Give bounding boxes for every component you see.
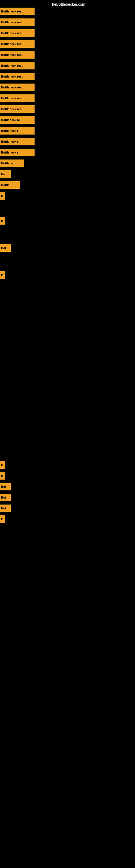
bar-item-12: Bottleneck r — [0, 138, 35, 145]
bar-label-13: Bottleneck r — [0, 149, 35, 156]
bar-label-7: Bottleneck resu — [0, 84, 35, 91]
bar-label-12: Bottleneck r — [0, 138, 35, 145]
bar-label-26: B — [0, 516, 5, 523]
bar-label-6: Bottleneck resu — [0, 73, 35, 80]
bar-label-4: Bottleneck resu — [0, 51, 35, 59]
bar-label-24: Bot — [0, 494, 11, 501]
bar-item-23: Bot — [0, 483, 11, 490]
bar-item-1: Bottleneck resu — [0, 19, 35, 26]
bar-item-2: Bottleneck resu — [0, 29, 35, 37]
bar-item-14: Bottlene — [0, 159, 24, 167]
bar-label-11: Bottleneck r — [0, 127, 35, 134]
bar-item-8: Bottleneck resu — [0, 94, 35, 102]
bar-item-15: Bo — [0, 170, 11, 178]
bar-label-22: B — [0, 472, 5, 479]
bar-label-15: Bo — [0, 170, 11, 178]
bar-item-17: B — [0, 192, 5, 199]
bar-item-3: Bottleneck resu — [0, 40, 35, 48]
bar-item-0: Bottleneck resu — [0, 8, 35, 15]
bar-item-9: Bottleneck resu — [0, 105, 35, 113]
bar-item-19: Bot — [0, 244, 11, 252]
bar-item-25: Bot — [0, 504, 11, 512]
bar-label-10: Bottleneck re — [0, 116, 35, 124]
bar-item-22: B — [0, 472, 5, 479]
bar-item-21: B — [0, 461, 5, 469]
bar-label-17: B — [0, 192, 5, 199]
bar-item-13: Bottleneck r — [0, 149, 35, 156]
bar-item-20: B — [0, 271, 5, 279]
bar-item-6: Bottleneck resu — [0, 73, 35, 80]
bar-label-1: Bottleneck resu — [0, 19, 35, 26]
bar-label-8: Bottleneck resu — [0, 94, 35, 102]
bar-item-18: B — [0, 217, 5, 225]
bar-item-16: Bottle — [0, 181, 20, 189]
bar-item-7: Bottleneck resu — [0, 84, 35, 91]
bar-label-16: Bottle — [0, 181, 20, 189]
bar-label-9: Bottleneck resu — [0, 105, 35, 113]
bar-label-18: B — [0, 217, 5, 225]
bar-label-0: Bottleneck resu — [0, 8, 35, 15]
bar-item-26: B — [0, 516, 5, 523]
bar-item-11: Bottleneck r — [0, 127, 35, 134]
bar-label-25: Bot — [0, 504, 11, 512]
bar-item-10: Bottleneck re — [0, 116, 35, 124]
bar-label-20: B — [0, 271, 5, 279]
bar-label-21: B — [0, 461, 5, 469]
bar-item-24: Bot — [0, 494, 11, 501]
bar-item-4: Bottleneck resu — [0, 51, 35, 59]
bar-item-5: Bottleneck resu — [0, 62, 35, 69]
bar-label-14: Bottlene — [0, 159, 24, 167]
site-title-text: TheBottlenecker.com — [50, 2, 85, 6]
bar-label-23: Bot — [0, 483, 11, 490]
bar-label-5: Bottleneck resu — [0, 62, 35, 69]
bar-label-3: Bottleneck resu — [0, 40, 35, 48]
bar-label-2: Bottleneck resu — [0, 29, 35, 37]
bar-label-19: Bot — [0, 244, 11, 252]
